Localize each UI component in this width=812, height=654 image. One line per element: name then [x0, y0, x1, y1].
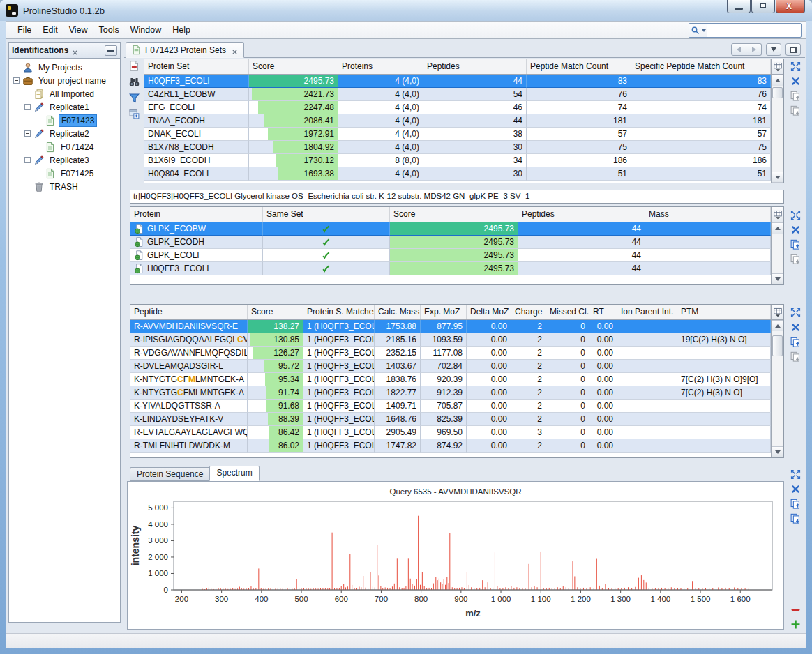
column-header-score[interactable]: Score — [248, 305, 303, 319]
table-row[interactable]: R-VDGGAVANNFLMQFQSDILGT…126.271 (H0QFF3_… — [130, 347, 771, 360]
tree-item-f071425[interactable]: F071425 — [9, 167, 120, 180]
column-header-delta-moz[interactable]: Delta MoZ — [467, 305, 511, 319]
tree-item-replicate2[interactable]: Replicate2 — [9, 127, 120, 140]
copy-up-icon[interactable] — [790, 90, 802, 102]
column-header-protein-set[interactable]: Protein Set — [144, 59, 249, 74]
tree-item-your-project-name[interactable]: Your project name — [9, 74, 120, 87]
column-header-peptides[interactable]: Peptides — [518, 207, 645, 222]
menu-edit[interactable]: Edit — [37, 23, 63, 37]
vertical-scrollbar[interactable] — [772, 320, 783, 457]
zoom-in-plus-icon[interactable] — [790, 618, 802, 630]
tab-spectrum[interactable]: Spectrum — [209, 466, 259, 481]
copy-up-icon[interactable] — [790, 238, 802, 250]
search-icon[interactable] — [689, 24, 707, 37]
search-input[interactable] — [707, 24, 801, 37]
tree-item-f071424[interactable]: F071424 — [9, 140, 120, 153]
table-row[interactable]: TNAA_ECODH2086.414 (4,0)44181181 — [144, 114, 771, 128]
column-header-mass[interactable]: Mass — [645, 207, 771, 222]
expand-icon[interactable] — [790, 209, 802, 221]
tree-expander-icon[interactable] — [24, 104, 31, 110]
zoom-out-minus-icon[interactable] — [790, 604, 802, 616]
maximize-pane-button[interactable] — [785, 43, 801, 56]
filter-icon[interactable] — [128, 92, 141, 105]
table-row[interactable]: EFG_ECOLI2247.484 (4,0)467474 — [144, 101, 771, 114]
tab-protein-sequence[interactable]: Protein Sequence — [130, 467, 210, 481]
column-header-missed-cl-[interactable]: Missed Cl. — [546, 305, 589, 319]
scroll-up-button[interactable] — [772, 222, 783, 234]
table-row[interactable]: R-DVLEAMQADSGIR-L95.721 (H0QFF3_ECOLI)14… — [130, 360, 771, 373]
vertical-scrollbar[interactable] — [772, 75, 783, 183]
column-header-ptm[interactable]: PTM — [677, 305, 771, 319]
table-row[interactable]: R-EVTALGAAYLAGLAVGFWQNL…86.421 (H0QFF3_E… — [130, 426, 771, 439]
column-header-score[interactable]: Score — [390, 207, 518, 222]
tree-expander-icon[interactable] — [24, 130, 31, 137]
column-header-peptide-match-count[interactable]: Peptide Match Count — [527, 59, 631, 74]
close-button[interactable]: X — [776, 0, 805, 13]
column-header-protein-s-matches[interactable]: Protein S. Matches — [303, 305, 375, 319]
tab-close-icon[interactable] — [231, 46, 239, 54]
quick-search[interactable] — [689, 23, 802, 38]
title-bar[interactable]: ProlineStudio 0.1.2b X — [0, 0, 812, 21]
tab-scroll-right-button[interactable] — [746, 43, 762, 56]
column-header-peptide[interactable]: Peptide — [130, 305, 248, 319]
tab-scroll-left-button[interactable] — [731, 43, 746, 56]
export-icon[interactable] — [128, 60, 141, 73]
copy-down-icon[interactable] — [790, 512, 802, 524]
table-row[interactable]: R-AVVMDHDANIISVSQR-E138.271 (H0QFF3_ECOL… — [130, 320, 771, 333]
search-dropdown-caret[interactable] — [702, 29, 706, 32]
column-settings-button[interactable] — [772, 59, 783, 75]
protein-description-field[interactable]: tr|H0QFF3|H0QFF3_ECOLI Glycerol kinase O… — [130, 190, 784, 204]
menu-tools[interactable]: Tools — [93, 23, 125, 37]
expand-icon[interactable] — [790, 61, 802, 73]
spectrum-chart[interactable]: 01 0002 0003 0004 0005 00020030040050060… — [128, 482, 783, 629]
scrollbar-thumb[interactable] — [772, 87, 783, 98]
table-row[interactable]: K-YIVALDQGTTSSR-A91.681 (H0QFF3_ECOLI)14… — [130, 400, 771, 413]
scroll-up-button[interactable] — [772, 320, 783, 331]
scroll-down-button[interactable] — [772, 273, 783, 284]
copy-table-icon[interactable] — [128, 108, 141, 121]
vertical-scrollbar[interactable] — [772, 222, 783, 284]
tree-item-replicate1[interactable]: Replicate1 — [9, 100, 120, 114]
tree-expander-icon[interactable] — [13, 77, 20, 84]
minimize-button[interactable] — [727, 0, 751, 13]
copy-up-icon[interactable] — [790, 498, 802, 510]
column-header-exp-moz[interactable]: Exp. MoZ — [421, 305, 467, 319]
copy-up-icon[interactable] — [790, 336, 802, 348]
close-icon[interactable] — [790, 75, 802, 87]
menu-help[interactable]: Help — [167, 23, 196, 37]
copy-down-icon[interactable] — [790, 351, 802, 363]
menu-file[interactable]: File — [12, 23, 37, 37]
column-header-same-set[interactable]: Same Set — [263, 207, 390, 222]
tree-item-f071423[interactable]: F071423 — [9, 114, 120, 127]
column-header-protein[interactable]: Protein — [130, 207, 263, 222]
restore-button[interactable] — [751, 0, 775, 13]
tree-item-my-projects[interactable]: My Projects — [9, 61, 120, 74]
expand-icon[interactable] — [790, 469, 802, 480]
column-header-ion-parent-int-[interactable]: Ion Parent Int. — [617, 305, 677, 319]
search-binoculars-icon[interactable] — [128, 76, 141, 89]
tree-item-all-imported[interactable]: All Imported — [9, 87, 120, 100]
scroll-down-button[interactable] — [772, 446, 783, 457]
menu-view[interactable]: View — [63, 23, 93, 37]
close-icon[interactable] — [790, 321, 802, 333]
close-icon[interactable] — [790, 483, 802, 495]
column-header-rt[interactable]: RT — [589, 305, 617, 319]
table-row[interactable]: B1X7N8_ECODH1804.924 (4,0)307575 — [144, 141, 771, 154]
table-row[interactable]: K-NTYGTGCFMLMNTGEK-A95.341 (H0QFF3_ECOLI… — [130, 373, 771, 386]
table-row[interactable]: K-LINDAYDSEYFATK-V88.391 (H0QFF3_ECOLI)1… — [130, 413, 771, 426]
copy-down-icon[interactable] — [790, 105, 802, 116]
table-row[interactable]: GLPK_ECODH2495.7344 — [130, 236, 771, 249]
close-icon[interactable] — [790, 224, 802, 236]
tree-item-trash[interactable]: TRASH — [9, 180, 120, 193]
column-header-proteins[interactable]: Proteins — [338, 59, 423, 74]
scroll-down-button[interactable] — [772, 172, 783, 183]
table-row[interactable]: GLPK_ECOBW2495.7344 — [130, 222, 771, 236]
table-row[interactable]: H0Q804_ECOLI1693.384 (4,0)305151 — [144, 167, 771, 181]
column-settings-button[interactable] — [772, 207, 783, 222]
table-row[interactable]: C4ZRL1_ECOBW2421.734 (4,0)547676 — [144, 88, 771, 101]
table-row[interactable]: K-NTYGTGCFMLMNTGEK-A91.741 (H0QFF3_ECOLI… — [130, 386, 771, 400]
table-row[interactable]: GLPK_ECOLI2495.7344 — [130, 249, 771, 262]
tab-protein-sets[interactable]: F071423 Protein Sets — [126, 42, 244, 58]
column-header-specific-peptide-match-count[interactable]: Specific Peptide Match Count — [631, 59, 771, 74]
table-row[interactable]: B1X6I9_ECODH1730.128 (8,0)34186186 — [144, 154, 771, 167]
